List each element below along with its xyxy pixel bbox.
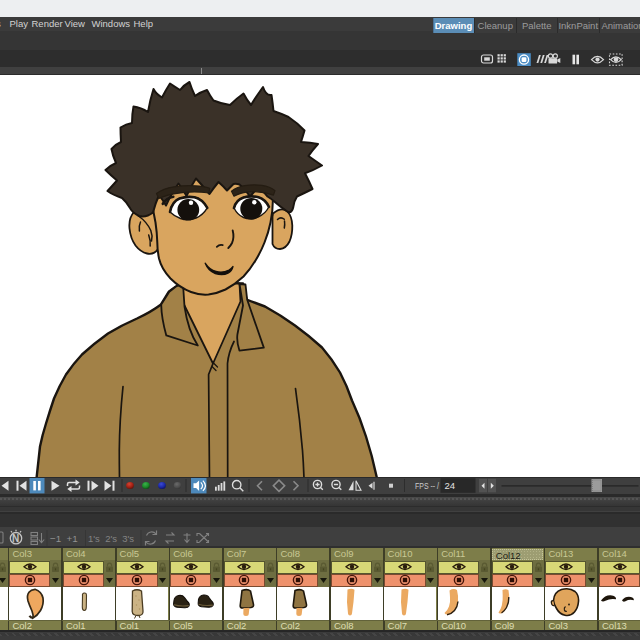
svg-text:1's 2's 3's: 1's 2's 3's [88, 532, 134, 543]
svg-text:24: 24 [445, 479, 456, 490]
svg-text:−1 +1: −1 +1 [50, 532, 78, 543]
svg-text:N: N [12, 533, 19, 544]
svg-text:FPS -- /: FPS -- / [415, 480, 439, 490]
